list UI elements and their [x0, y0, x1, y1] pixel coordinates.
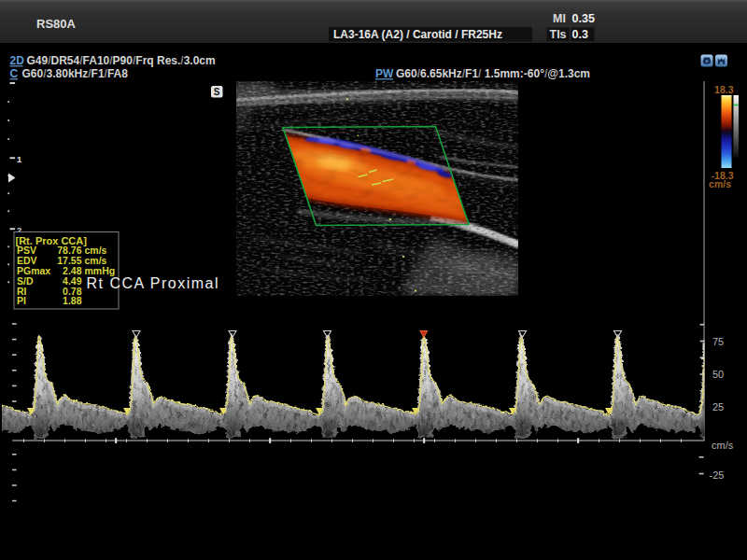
svg-text:G49/DR54/FA10/P90/Frq Res./3.0: G49/DR54/FA10/P90/Frq Res./3.0cm — [27, 54, 216, 67]
svg-text:G60/6.65kHz/F1/ 1.5mm:-60°/@1.: G60/6.65kHz/F1/ 1.5mm:-60°/@1.3cm — [396, 67, 590, 80]
svg-text:PI: PI — [17, 295, 26, 306]
svg-text:-25: -25 — [710, 469, 725, 481]
svg-text:2D: 2D — [10, 54, 25, 67]
svg-text:75: 75 — [712, 336, 724, 347]
svg-text:MI: MI — [553, 12, 566, 25]
svg-text:RS80A: RS80A — [36, 17, 77, 31]
svg-text:50: 50 — [712, 369, 724, 380]
svg-text:G60/3.80kHz/F1/FA8: G60/3.80kHz/F1/FA8 — [22, 67, 129, 80]
svg-text:1.88: 1.88 — [63, 295, 82, 306]
svg-text:Rt CCA Proximal: Rt CCA Proximal — [87, 275, 220, 291]
svg-text:TIs: TIs — [550, 28, 567, 41]
svg-text:0.3: 0.3 — [572, 28, 588, 41]
svg-text:25: 25 — [712, 401, 724, 413]
svg-text:cm/s: cm/s — [712, 440, 734, 451]
svg-text:cm/s: cm/s — [709, 178, 731, 189]
svg-text:C: C — [10, 67, 19, 80]
svg-text:0.35: 0.35 — [572, 12, 595, 25]
svg-text:18.3: 18.3 — [714, 84, 734, 95]
svg-text:1: 1 — [17, 154, 22, 164]
svg-text:PW: PW — [375, 67, 394, 80]
svg-text:LA3-16A (A2) / Carotid / FR25H: LA3-16A (A2) / Carotid / FR25Hz — [333, 28, 502, 41]
svg-text:S: S — [214, 87, 220, 97]
